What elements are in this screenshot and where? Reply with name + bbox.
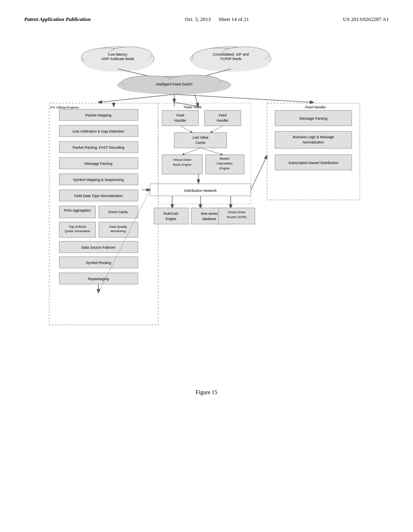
svg-rect-59 [204, 110, 241, 126]
svg-text:IFS Offload Engines: IFS Offload Engines [50, 106, 79, 109]
svg-text:Book Engine: Book Engine [173, 163, 192, 166]
svg-text:Engine: Engine [166, 217, 177, 221]
svg-text:database: database [202, 217, 217, 221]
diagram-svg: Low latency UDP multicast feeds Consolid… [33, 35, 380, 381]
svg-text:Smart Order: Smart Order [228, 210, 246, 214]
svg-text:Symbol Routing: Symbol Routing [86, 261, 111, 265]
header-sheet: Sheet 14 of 21 [219, 16, 249, 22]
svg-text:Symbol Mapping & Sequencing: Symbol Mapping & Sequencing [73, 178, 124, 182]
svg-text:Last Value: Last Value [192, 135, 209, 139]
svg-text:TCP/IP feeds: TCP/IP feeds [220, 57, 242, 61]
svg-text:Intelligent Feed Switch: Intelligent Feed Switch [156, 82, 193, 86]
figure-caption: Figure 15 [24, 389, 389, 396]
svg-text:Packet Mapping: Packet Mapping [86, 113, 112, 117]
svg-text:Line Arbitration & Gap Detecti: Line Arbitration & Gap Detection [73, 129, 125, 133]
svg-line-75 [200, 148, 223, 155]
svg-text:Handler: Handler [217, 118, 229, 123]
svg-text:Message Parsing: Message Parsing [299, 116, 327, 121]
page: Patent Application Publication Oct. 3, 2… [0, 0, 413, 532]
svg-text:Message Parsing: Message Parsing [84, 162, 113, 166]
svg-text:Feed Handler: Feed Handler [305, 105, 326, 109]
intelligent-feed-switch: Intelligent Feed Switch [118, 75, 231, 94]
header: Patent Application Publication Oct. 3, 2… [24, 16, 389, 23]
diagram-container: Low latency UDP multicast feeds Consolid… [24, 35, 389, 396]
svg-text:Data Quality: Data Quality [109, 225, 127, 229]
svg-text:Quote Generation: Quote Generation [65, 229, 90, 233]
svg-text:Top-of-Book: Top-of-Book [69, 225, 86, 229]
header-date-sheet: Oct. 3, 2013 Sheet 14 of 21 [185, 16, 249, 23]
svg-text:Calculation: Calculation [217, 162, 233, 165]
figure-label: Figure 15 [196, 389, 217, 395]
svg-text:Engine: Engine [220, 166, 230, 170]
svg-text:Feed: Feed [176, 113, 184, 117]
svg-text:Price Aggregation: Price Aggregation [64, 208, 91, 212]
svg-text:Normalization: Normalization [303, 140, 324, 144]
cloud-consolidated: Consolidated, SIP and TCP/IP feeds [190, 47, 271, 72]
svg-rect-56 [162, 110, 198, 126]
svg-text:Basket: Basket [220, 157, 230, 160]
svg-line-102 [194, 94, 198, 106]
svg-rect-82 [154, 208, 188, 224]
svg-text:Cache: Cache [196, 141, 206, 145]
svg-line-73 [211, 126, 223, 133]
header-publication-label: Patent Application Publication [24, 16, 91, 23]
svg-text:Business Logic & Message: Business Logic & Message [293, 135, 334, 139]
svg-text:Low latency: Low latency [108, 52, 127, 56]
svg-text:Feed: Feed [219, 113, 227, 117]
svg-text:Subscription-based Distributio: Subscription-based Distribution [288, 161, 339, 165]
svg-text:Event Cache: Event Cache [108, 210, 128, 214]
svg-text:Rule/Calc: Rule/Calc [164, 212, 179, 216]
svg-text:Monitoring: Monitoring [111, 229, 125, 233]
svg-text:Distribution Network: Distribution Network [184, 189, 217, 193]
svg-line-104 [251, 156, 267, 190]
svg-text:Virtual Order: Virtual Order [173, 158, 192, 162]
cloud-low-latency: Low latency UDP multicast feeds [81, 47, 154, 72]
svg-text:UDP multicast feeds: UDP multicast feeds [101, 57, 134, 61]
svg-text:Data Source Failover: Data Source Failover [81, 245, 116, 249]
header-date: Oct. 3, 2013 [185, 16, 211, 22]
svg-text:Router (SOR): Router (SOR) [227, 215, 247, 219]
svg-rect-95 [275, 131, 352, 148]
svg-rect-62 [174, 133, 227, 148]
svg-text:Ticker Plant: Ticker Plant [184, 105, 202, 109]
svg-text:Handler: Handler [174, 118, 186, 123]
svg-line-100 [98, 94, 174, 102]
svg-text:Packet Parsing, FAST Decoding: Packet Parsing, FAST Decoding [73, 145, 124, 150]
svg-line-74 [182, 148, 200, 155]
header-patent-number: US 2013/0262287 A1 [343, 16, 389, 23]
svg-line-72 [180, 126, 192, 133]
svg-text:time-series: time-series [201, 212, 218, 216]
svg-text:Field Data Type Normalization: Field Data Type Normalization [74, 194, 123, 198]
svg-text:Consolidated, SIP and: Consolidated, SIP and [213, 52, 248, 56]
